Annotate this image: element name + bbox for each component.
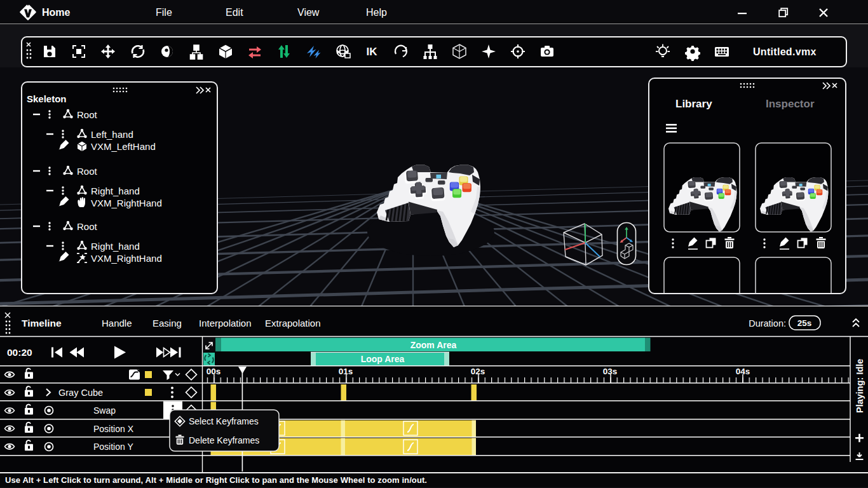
svg-text:Skeleton: Skeleton xyxy=(27,93,67,104)
svg-text:Left_hand: Left_hand xyxy=(91,129,133,140)
svg-text:VXM_RightHand: VXM_RightHand xyxy=(91,253,162,264)
svg-text:Right_hand: Right_hand xyxy=(91,241,140,252)
svg-text:Extrapolation: Extrapolation xyxy=(265,318,321,329)
svg-text:Root: Root xyxy=(77,166,98,177)
svg-text:Handle: Handle xyxy=(102,318,132,329)
svg-text:Library: Library xyxy=(675,98,712,110)
svg-text:Inspector: Inspector xyxy=(766,98,815,110)
svg-text:Root: Root xyxy=(77,221,98,232)
svg-text:Delete Keyframes: Delete Keyframes xyxy=(189,435,259,445)
svg-text:Loop Area: Loop Area xyxy=(361,354,405,364)
svg-text:Playing: Idle: Playing: Idle xyxy=(855,359,865,413)
svg-text:Swap: Swap xyxy=(93,405,116,416)
svg-text:Position Y: Position Y xyxy=(93,442,133,452)
svg-text:Position X: Position X xyxy=(93,424,134,434)
svg-text:25s: 25s xyxy=(797,318,812,328)
svg-text:Interpolation: Interpolation xyxy=(199,318,252,329)
svg-text:VXM_RightHand: VXM_RightHand xyxy=(91,198,162,208)
svg-text:Timeline: Timeline xyxy=(22,318,62,329)
svg-text:Root: Root xyxy=(77,109,98,120)
svg-text:00:20: 00:20 xyxy=(7,347,32,358)
svg-text:Untitled.vmx: Untitled.vmx xyxy=(753,46,817,57)
svg-text:VXM_LeftHand: VXM_LeftHand xyxy=(91,141,156,152)
svg-text:Zoom Area: Zoom Area xyxy=(410,340,457,350)
svg-text:IK: IK xyxy=(367,46,378,58)
svg-text:Right_hand: Right_hand xyxy=(91,186,140,196)
svg-text:Gray Cube: Gray Cube xyxy=(58,388,103,398)
svg-text:Duration:: Duration: xyxy=(749,318,786,329)
svg-text:Select Keyframes: Select Keyframes xyxy=(189,416,259,426)
svg-text:Easing: Easing xyxy=(153,318,182,329)
